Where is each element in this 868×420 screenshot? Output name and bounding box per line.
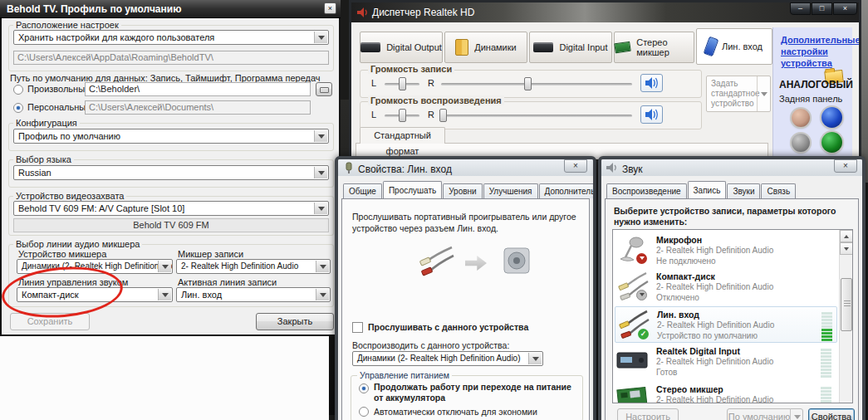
personal-path-radio[interactable] xyxy=(13,103,23,113)
browse-folder-button[interactable] xyxy=(316,82,332,96)
maximize-icon[interactable]: □ xyxy=(812,2,832,15)
tab-stereo-mixer[interactable]: Стерео микшер xyxy=(614,32,694,63)
close-icon[interactable]: × xyxy=(324,2,336,14)
tab-levels[interactable]: Уровни xyxy=(443,183,482,198)
folder-icon xyxy=(320,87,329,93)
jack-pink-icon[interactable] xyxy=(792,109,810,127)
device-row-microphone[interactable]: Микрофон 2- Realtek High Definition Audi… xyxy=(615,233,839,268)
scroll-up-icon[interactable] xyxy=(840,230,853,242)
scrollbar-thumb[interactable] xyxy=(841,278,852,331)
close-button[interactable]: Закрыть xyxy=(256,313,334,330)
settings-location-label: Расположение настроек xyxy=(13,20,121,30)
listen-checkbox-label[interactable]: Прослушивать с данного устройства xyxy=(368,322,528,332)
jack-green-icon[interactable] xyxy=(821,132,842,153)
properties-window-title: Свойства: Лин. вход xyxy=(358,161,452,178)
tab-communications[interactable]: Связь xyxy=(761,183,796,198)
chevron-down-icon[interactable] xyxy=(790,408,803,420)
chevron-down-icon[interactable] xyxy=(316,289,329,300)
jack-gray-icon[interactable] xyxy=(792,134,810,152)
record-mixer-label: Микшер записи xyxy=(178,249,243,259)
settings-location-value: Хранить настройки для каждого пользовате… xyxy=(18,32,214,42)
record-mixer-select[interactable]: 2- Realtek High Definition Audio xyxy=(176,259,331,274)
properties-button[interactable]: Свойства xyxy=(808,408,855,420)
record-mute-button[interactable] xyxy=(640,74,663,92)
playback-volume-label: Громкость воспроизведения xyxy=(368,95,504,105)
tab-general[interactable]: Общие xyxy=(343,183,382,198)
tab-speakers[interactable]: Динамики xyxy=(444,32,527,63)
custom-path-input[interactable]: C:\Beholder\ xyxy=(85,82,311,96)
tab-recording[interactable]: Запись xyxy=(688,181,727,198)
device-row-cd[interactable]: Компакт-диск 2- Realtek High Definition … xyxy=(615,270,839,305)
jack-blue-icon[interactable] xyxy=(821,107,842,128)
configure-button[interactable]: Настроить xyxy=(617,408,679,420)
record-balance-thumb[interactable] xyxy=(399,77,406,90)
auto-off-radio[interactable] xyxy=(359,407,369,417)
playback-right-label: R xyxy=(428,110,434,120)
chevron-down-icon[interactable] xyxy=(757,76,771,111)
record-volume-slider[interactable] xyxy=(441,83,632,85)
chevron-down-icon[interactable] xyxy=(158,261,171,272)
listen-checkbox[interactable] xyxy=(352,322,363,333)
playback-volume-thumb[interactable] xyxy=(439,109,447,122)
device-row-line-in[interactable]: ✓ Лин. вход 2- Realtek High Definition A… xyxy=(615,306,837,343)
sound-title-bar[interactable]: Звук × xyxy=(601,159,862,176)
record-volume-label: Громкость записи xyxy=(368,64,454,74)
device-row-stereo-mixer[interactable]: Стерео микшер 2- Realtek High Definition… xyxy=(615,383,839,403)
playback-mute-button[interactable] xyxy=(640,105,663,124)
active-line-select[interactable]: Лин. вход xyxy=(176,287,331,302)
settings-location-select[interactable]: Хранить настройки для каждого пользовате… xyxy=(13,30,329,45)
playback-balance-thumb[interactable] xyxy=(399,109,406,122)
personal-path-radio-label[interactable]: Персональный xyxy=(27,102,91,112)
close-icon[interactable]: × xyxy=(564,159,587,173)
active-line-value: Лин. вход xyxy=(181,290,222,300)
tab-sounds[interactable]: Звуки xyxy=(727,183,760,198)
behold-title-bar[interactable]: Behold TV. Профиль по умолчанию xyxy=(0,0,341,18)
tab-playback[interactable]: Воспроизведение xyxy=(606,183,687,198)
chevron-down-icon[interactable] xyxy=(314,130,327,142)
tab-standard-format[interactable]: Стандартный формат xyxy=(360,127,445,144)
chevron-down-icon[interactable] xyxy=(158,289,171,300)
playback-device-select[interactable]: Динамики (2- Realtek High Definition Aud… xyxy=(352,351,543,366)
tab-digital-input[interactable]: Digital Input xyxy=(529,32,612,63)
language-select[interactable]: Russian xyxy=(13,165,329,180)
device-name: Микрофон xyxy=(656,235,702,245)
chevron-down-icon[interactable] xyxy=(314,167,327,178)
tab-digital-output[interactable]: Digital Output xyxy=(360,32,443,63)
close-icon[interactable]: × xyxy=(834,159,857,173)
record-volume-thumb[interactable] xyxy=(524,77,532,90)
tab-listen[interactable]: Прослушать xyxy=(383,181,442,198)
battery-radio-label[interactable]: Продолжать работу при переходе на питани… xyxy=(374,382,573,403)
chevron-down-icon[interactable] xyxy=(316,261,329,272)
scrollbar[interactable] xyxy=(839,230,852,403)
scroll-down-icon[interactable] xyxy=(840,242,853,255)
chevron-down-icon[interactable] xyxy=(528,353,542,364)
properties-tabs: Общие Прослушать Уровни Улучшения Дополн… xyxy=(343,181,596,198)
disabled-badge-icon xyxy=(636,290,647,300)
device-row-digital-input[interactable]: Realtek Digital Input 2- Realtek High De… xyxy=(615,344,839,379)
properties-title-bar[interactable]: Свойства: Лин. вход × xyxy=(338,159,593,176)
line-in-connector-icon xyxy=(704,37,719,57)
custom-path-radio-label[interactable]: Произвольный xyxy=(27,84,90,94)
playback-volume-slider[interactable] xyxy=(441,115,632,117)
battery-radio[interactable] xyxy=(359,383,369,393)
language-value: Russian xyxy=(18,168,51,178)
configuration-select[interactable]: Профиль по умолчанию xyxy=(13,129,329,144)
tab-line-in[interactable]: Лин. вход xyxy=(696,28,772,65)
close-icon[interactable]: × xyxy=(833,2,857,15)
auto-off-radio-label[interactable]: Автоматически отключать для экономии эле… xyxy=(374,407,581,420)
capture-device-name: Behold TV 609 FM xyxy=(13,218,329,232)
chevron-down-icon[interactable] xyxy=(314,32,327,43)
playback-device-label: Воспроизводить с данного устройства: xyxy=(352,340,509,350)
custom-path-radio[interactable] xyxy=(13,85,23,95)
chevron-down-icon[interactable] xyxy=(314,203,327,214)
digital-device-icon xyxy=(616,349,650,371)
minimize-icon[interactable]: – xyxy=(790,2,811,15)
level-meter xyxy=(821,310,832,341)
realtek-title-bar[interactable]: Диспетчер Realtek HD xyxy=(351,2,859,22)
tab-enhancements[interactable]: Улучшения xyxy=(483,183,538,198)
set-default-device-button[interactable]: Задать стандартное устройство xyxy=(706,76,771,112)
tab-advanced[interactable]: Дополнительно xyxy=(539,183,597,198)
advanced-settings-link[interactable]: Дополнительные настройки устройства xyxy=(781,34,851,69)
capture-select[interactable]: Behold TV 609 FM: A/V Capture [Slot 10] xyxy=(13,201,329,216)
personal-path-field: C:\Users\Алексей\Documents\ xyxy=(85,100,311,115)
